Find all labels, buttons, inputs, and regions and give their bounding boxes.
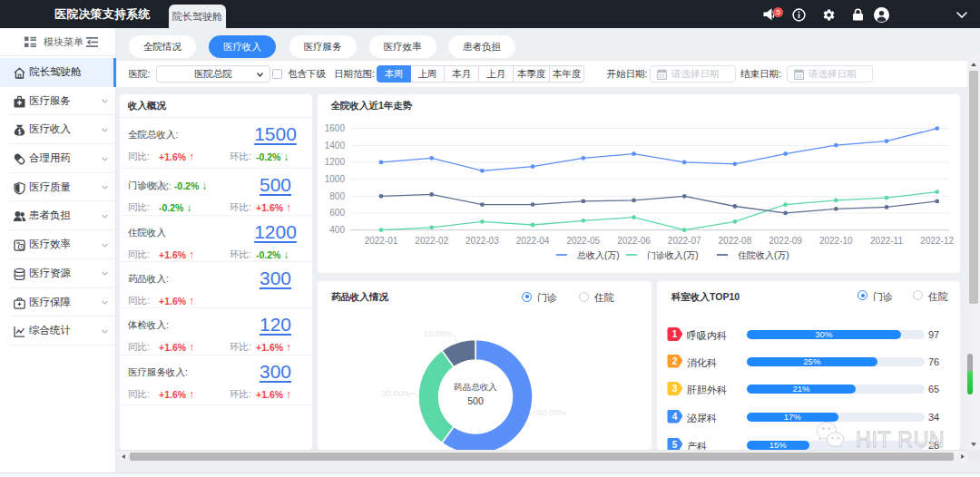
sidebar-item-label: 合理用药: [29, 144, 71, 172]
home-icon: [13, 66, 24, 78]
income-row-value[interactable]: 500: [218, 174, 334, 196]
include-sub-checkbox[interactable]: [272, 69, 282, 79]
range-button-本年度[interactable]: 本年度: [550, 65, 584, 83]
range-button-上周[interactable]: 上周: [411, 65, 445, 83]
range-button-本周[interactable]: 本周: [377, 65, 411, 83]
range-button-本月[interactable]: 本月: [445, 65, 479, 83]
income-row: 全院总收入:1500同比:+1.6% ↑环比:-0.2% ↓: [120, 118, 312, 169]
income-row: 体检收入:120同比:+1.6% ↑环比:+1.6% ↑: [120, 308, 312, 355]
sidebar-item-医疗质量[interactable]: 医疗质量: [0, 173, 115, 202]
arrow-icon: ↑: [189, 248, 194, 261]
yoy-value: +1.6% ↑: [159, 388, 194, 401]
sidebar-item-院长驾驶舱[interactable]: 院长驾驶舱: [0, 58, 115, 87]
income-row-label: 医疗服务收入:: [128, 366, 188, 379]
moneybag-icon: [13, 123, 24, 135]
rank-badge: 2: [667, 355, 682, 368]
income-row-value[interactable]: 300: [218, 268, 334, 289]
svg-text:2022-09: 2022-09: [769, 236, 802, 246]
yoy-label: 同比:: [128, 248, 150, 261]
chevron-down-icon: [102, 156, 108, 162]
start-date-label: 开始日期:: [607, 61, 648, 87]
sidebar-item-综合统计[interactable]: 综合统计: [0, 316, 115, 346]
svg-text:1000: 1000: [325, 174, 346, 184]
horizontal-scrollbar-thumb[interactable]: [130, 453, 954, 461]
tab-dashboard[interactable]: 院长驾驶舱: [169, 5, 226, 28]
hospital-select[interactable]: 医院总院: [156, 65, 270, 83]
gear-icon[interactable]: [822, 8, 836, 22]
arrow-icon: ↑: [189, 151, 194, 163]
dept-value: 28: [928, 440, 939, 451]
drug-radio-outpatient[interactable]: [522, 292, 532, 302]
calendar-icon: [794, 69, 804, 80]
inner-scrollbar-thumb[interactable]: [967, 354, 973, 394]
horizontal-scrollbar[interactable]: [117, 450, 967, 461]
dept-bar-track: 17%: [747, 413, 925, 422]
dept-top10-panel: 科室收入TOP10 门诊 住院 1呼吸内科30%972消化科25%763肝胆外科…: [657, 281, 960, 450]
mom-label: 环比:: [230, 341, 251, 354]
module-menu-icon: [24, 36, 36, 48]
sidebar-item-医疗收入[interactable]: 医疗收入: [0, 115, 115, 144]
end-date-input[interactable]: 请选择日期: [787, 65, 873, 83]
dept-radio-inpatient[interactable]: [913, 290, 923, 300]
scroll-down-icon[interactable]: [971, 443, 976, 446]
shield-icon: [13, 181, 24, 193]
sidebar-menu: 院长驾驶舱医疗服务医疗收入合理用药医疗质量患者负担医疗效率医疗资源医疗保障综合统…: [0, 58, 115, 346]
svg-text:60.00%: 60.00%: [537, 407, 567, 417]
hospital-dss-app: 医院决策支持系统 院长驾驶舱 5: [0, 0, 980, 477]
rank-badge: 3: [667, 382, 682, 395]
avatar[interactable]: [874, 7, 889, 23]
info-icon[interactable]: [792, 8, 806, 22]
dept-row: 1呼吸内科30%97: [657, 326, 960, 344]
tab-患者负担[interactable]: 患者负担: [448, 35, 515, 58]
mom-label: 环比:: [230, 201, 251, 214]
lock-icon[interactable]: [852, 8, 864, 21]
yoy-label: 同比:: [128, 295, 150, 307]
sidebar-title: 模块菜单: [44, 28, 83, 56]
yearly-trend-panel: 全院收入近1年走势 16001400120010008006004002022-…: [318, 94, 960, 273]
yoy-label: 同比:: [128, 341, 150, 354]
income-row-value[interactable]: 1500: [218, 123, 334, 145]
income-row-label: 全院总收入:: [128, 129, 178, 141]
sidebar-item-label: 医疗保障: [29, 288, 71, 316]
scroll-up-icon[interactable]: [971, 63, 976, 66]
drug-radio-inpatient[interactable]: [579, 292, 589, 302]
scroll-right-icon[interactable]: [961, 454, 965, 459]
income-row-value[interactable]: 1200: [218, 221, 334, 243]
dept-radio-outpatient[interactable]: [858, 290, 867, 300]
vertical-scrollbar[interactable]: [967, 56, 980, 450]
dept-value: 76: [928, 356, 939, 367]
tab-医疗效率[interactable]: 医疗效率: [369, 35, 436, 58]
dept-name: 消化科: [687, 356, 717, 370]
collapse-menu-icon[interactable]: [86, 36, 98, 48]
tab-全院情况[interactable]: 全院情况: [129, 35, 196, 58]
sidebar-item-合理用药[interactable]: 合理用药: [0, 144, 115, 173]
range-button-上月[interactable]: 上月: [479, 65, 514, 83]
range-button-本季度[interactable]: 本季度: [514, 65, 550, 83]
income-row-value[interactable]: 300: [218, 361, 334, 383]
sidebar-item-医疗效率[interactable]: 医疗效率: [0, 230, 115, 259]
arrow-icon: ↓: [283, 151, 289, 163]
dept-row: 2消化科25%76: [657, 353, 960, 371]
chevron-down-icon[interactable]: [956, 12, 967, 18]
income-row-value[interactable]: 120: [218, 314, 334, 336]
svg-text:2022-01: 2022-01: [365, 236, 398, 246]
sidebar-item-医疗服务[interactable]: 医疗服务: [0, 87, 115, 116]
hospital-label: 医院:: [129, 61, 151, 87]
sidebar-item-医疗保障[interactable]: 医疗保障: [0, 288, 115, 317]
database-icon: [13, 268, 24, 279]
dept-name: 呼吸内科: [687, 329, 727, 343]
drug-income-donut-chart[interactable]: 60.00%30.00%10.00%药品总收入500: [318, 281, 652, 450]
tab-医疗收入[interactable]: 医疗收入: [209, 35, 276, 58]
mom-value: +1.6% ↑: [256, 341, 291, 354]
arrow-icon: ↑: [286, 201, 291, 214]
vertical-scrollbar-thumb[interactable]: [969, 71, 978, 304]
trend-line-chart[interactable]: 16001400120010008006004002022-012022-022…: [318, 94, 960, 273]
sidebar-item-医疗资源[interactable]: 医疗资源: [0, 259, 115, 288]
rank-badge: 4: [667, 410, 682, 423]
svg-text:1400: 1400: [325, 141, 346, 151]
scroll-left-icon[interactable]: [122, 454, 125, 459]
overlay-value: -0.2% ↓: [174, 180, 207, 191]
start-date-input[interactable]: 请选择日期: [650, 65, 736, 83]
tab-医疗服务[interactable]: 医疗服务: [289, 35, 357, 58]
sidebar-item-患者负担[interactable]: 患者负担: [0, 201, 115, 230]
